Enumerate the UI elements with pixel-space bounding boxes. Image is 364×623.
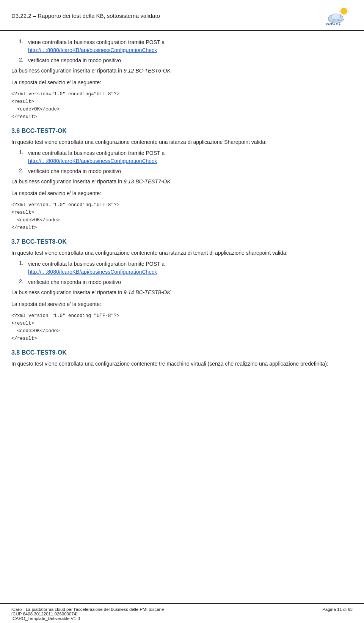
item-number: 2.: [19, 57, 28, 65]
item-text: viene controllata la business configurat…: [28, 38, 165, 54]
footer-page-info: Pagina 11 di 63: [322, 607, 353, 612]
svg-point-15: [336, 22, 337, 24]
footer-line3: ICARO_Template_Deliverable V1-0: [11, 616, 164, 621]
para-bc-ref-36: La business configuration inserita e' ri…: [11, 178, 353, 186]
footer-line1: iCaro - La piattaforma cloud per l'accel…: [11, 607, 164, 612]
list-item: 2. verificato che risponda in modo posit…: [19, 57, 353, 65]
list-item: 1. viene controllata la business configu…: [19, 260, 353, 276]
list-item: 1. viene controllata la business configu…: [19, 149, 353, 165]
xml-code-block-36: <?xml version="1.0" encoding="UTF-8"?> <…: [11, 201, 353, 232]
response-label-36: La risposta del servizio e' la seguente:: [11, 189, 353, 197]
item-text: viene controllata la business configurat…: [28, 260, 165, 276]
api-link-37[interactable]: http://...:8080/IcaroKB/api/businessConf…: [28, 269, 157, 275]
response-label-37: La risposta del servizio e' la seguente:: [11, 300, 353, 308]
item-number: 1.: [19, 260, 28, 276]
svg-point-16: [339, 23, 340, 25]
page-header: D3.22.2 – Rapporto dei test della KB, so…: [0, 0, 364, 31]
api-link-36[interactable]: http://...:8080/IcaroKB/api/businessConf…: [28, 158, 157, 164]
api-link[interactable]: http://...:8080/IcaroKB/api/businessConf…: [28, 47, 157, 53]
footer-left: iCaro - La piattaforma cloud per l'accel…: [11, 607, 164, 621]
svg-point-0: [340, 8, 347, 14]
svg-line-5: [340, 8, 341, 8]
svg-point-12: [331, 14, 340, 20]
svg-point-14: [333, 23, 335, 25]
svg-line-7: [347, 8, 347, 8]
svg-line-6: [347, 14, 347, 14]
para-bc-ref: La business configuration inserita e' ri…: [11, 67, 353, 75]
list-item: 2. verificato che risponda in modo posit…: [19, 167, 353, 175]
xml-code-block-37: <?xml version="1.0" encoding="UTF-8"?> <…: [11, 312, 353, 342]
svg-text:iCARO: iCARO: [325, 23, 333, 25]
main-content: 1. viene controllata la business configu…: [0, 31, 364, 603]
section-37-intro: In questo test viene controllata una con…: [11, 249, 353, 257]
xml-code-block: <?xml version="1.0" encoding="UTF-8"?> <…: [11, 90, 353, 121]
page-footer: iCaro - La piattaforma cloud per l'accel…: [0, 603, 364, 623]
svg-line-8: [340, 14, 341, 14]
logo-area: iCARO: [322, 5, 353, 26]
section-36-intro: In questo test viene controllata una con…: [11, 138, 353, 146]
item-number: 2.: [19, 278, 28, 286]
company-logo: iCARO: [323, 6, 352, 25]
item-number: 1.: [19, 38, 28, 54]
section-heading-36: 3.6 BCC-TEST7-OK: [11, 128, 353, 134]
item-number: 2.: [19, 167, 28, 175]
list-item: 2. verificato che risponda in modo posit…: [19, 278, 353, 286]
page-wrapper: D3.22.2 – Rapporto dei test della KB, so…: [0, 0, 364, 623]
para-bc-ref-37: La business configuration inserita e' ri…: [11, 289, 353, 297]
section-heading-37: 3.7 BCC-TEST8-OK: [11, 238, 353, 245]
item-number: 1.: [19, 149, 28, 165]
list-item: 1. viene controllata la business configu…: [19, 38, 353, 54]
header-title: D3.22.2 – Rapporto dei test della KB, so…: [11, 13, 160, 19]
item-text: viene controllata la business configurat…: [28, 149, 165, 165]
response-label: La risposta del servizio e' la seguente:: [11, 79, 353, 87]
section-heading-38: 3.8 BCC-TEST9-OK: [11, 349, 353, 356]
footer-line2: [CUP 6408.30122011.026000074]: [11, 612, 164, 616]
section-38-intro: In questo test viene controllata una con…: [11, 360, 353, 368]
